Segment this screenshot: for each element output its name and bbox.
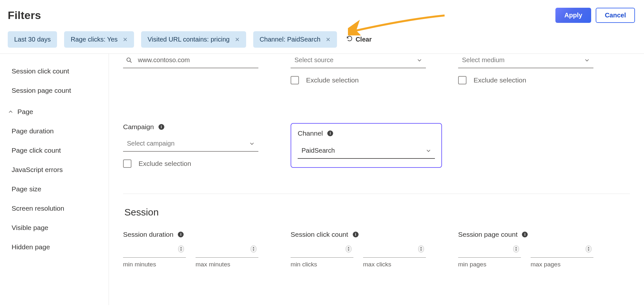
- chip-date-range[interactable]: Last 30 days: [8, 31, 57, 48]
- exclude-label: Exclude selection: [306, 76, 359, 84]
- exclude-label: Exclude selection: [139, 160, 191, 167]
- campaign-label: Campaign: [123, 123, 154, 131]
- sidebar-group-page[interactable]: Page: [7, 100, 109, 121]
- chevron-up-icon: [7, 109, 14, 115]
- svg-line-1: [130, 61, 132, 62]
- session-duration-label: Session duration: [123, 231, 173, 238]
- chip-remove-icon[interactable]: ✕: [235, 36, 240, 43]
- stepper-icon[interactable]: ▲▼: [346, 245, 351, 253]
- apply-button[interactable]: Apply: [555, 8, 591, 23]
- info-icon[interactable]: i: [353, 232, 359, 237]
- sidebar-item-page-size[interactable]: Page size: [7, 179, 109, 199]
- source-select[interactable]: [291, 54, 426, 68]
- chip-label: Last 30 days: [14, 36, 51, 43]
- sidebar: Session click count Session page count P…: [0, 54, 109, 305]
- chip-remove-icon[interactable]: ✕: [326, 36, 331, 43]
- visited-url-input[interactable]: [123, 54, 258, 68]
- stepper-icon[interactable]: ▲▼: [418, 245, 424, 253]
- sidebar-item-js-errors[interactable]: JavaScript errors: [7, 160, 109, 179]
- stepper-icon[interactable]: ▲▼: [178, 245, 184, 253]
- max-pages-hint: max pages: [531, 261, 593, 268]
- chip-visited-url[interactable]: Visited URL contains: pricing ✕: [141, 31, 246, 48]
- stepper-icon[interactable]: ▲▼: [513, 245, 519, 253]
- sidebar-item-page-duration[interactable]: Page duration: [7, 121, 109, 141]
- exclude-label: Exclude selection: [474, 76, 526, 84]
- campaign-select[interactable]: [123, 137, 258, 152]
- stepper-icon[interactable]: ▲▼: [586, 245, 591, 253]
- cancel-button[interactable]: Cancel: [596, 8, 635, 23]
- session-click-count-label: Session click count: [291, 231, 348, 238]
- chip-rage-clicks[interactable]: Rage clicks: Yes ✕: [64, 31, 134, 48]
- sidebar-item-page-click-count[interactable]: Page click count: [7, 141, 109, 160]
- sidebar-group-label: Page: [17, 108, 33, 116]
- sidebar-item-session-click-count[interactable]: Session click count: [7, 62, 109, 81]
- search-icon: [126, 57, 133, 65]
- clear-filters-button[interactable]: Clear: [346, 35, 372, 44]
- filter-chips-row: Last 30 days Rage clicks: Yes ✕ Visited …: [0, 23, 644, 54]
- sidebar-item-visible-page[interactable]: Visible page: [7, 218, 109, 237]
- divider: [123, 194, 630, 194]
- info-icon[interactable]: i: [327, 130, 333, 136]
- session-clicks-min-input[interactable]: [291, 244, 353, 258]
- medium-select[interactable]: [458, 54, 593, 68]
- info-icon[interactable]: i: [522, 232, 528, 237]
- session-page-count-label: Session page count: [458, 231, 517, 238]
- chip-label: Visited URL contains: pricing: [148, 36, 230, 43]
- session-pages-max-input[interactable]: [531, 244, 593, 258]
- max-minutes-hint: max minutes: [196, 261, 258, 268]
- sidebar-item-session-page-count[interactable]: Session page count: [7, 81, 109, 100]
- min-clicks-hint: min clicks: [291, 261, 353, 268]
- chip-channel[interactable]: Channel: PaidSearch ✕: [253, 31, 337, 48]
- min-pages-hint: min pages: [458, 261, 521, 268]
- sidebar-item-hidden-page[interactable]: Hidden page: [7, 237, 109, 257]
- undo-icon: [346, 35, 353, 44]
- svg-point-0: [127, 58, 130, 61]
- stepper-icon[interactable]: ▲▼: [251, 245, 256, 253]
- session-pages-min-input[interactable]: [458, 244, 521, 258]
- exclude-medium-checkbox[interactable]: [458, 76, 466, 84]
- min-minutes-hint: min minutes: [123, 261, 186, 268]
- channel-select[interactable]: [298, 144, 435, 159]
- exclude-source-checkbox[interactable]: [291, 76, 299, 84]
- session-clicks-max-input[interactable]: [363, 244, 426, 258]
- exclude-campaign-checkbox[interactable]: [123, 159, 131, 168]
- sidebar-item-screen-resolution[interactable]: Screen resolution: [7, 199, 109, 218]
- info-icon[interactable]: i: [178, 232, 184, 237]
- session-section-title: Session: [124, 207, 630, 218]
- session-duration-min-input[interactable]: [123, 244, 186, 258]
- chip-remove-icon[interactable]: ✕: [123, 36, 128, 43]
- session-duration-max-input[interactable]: [196, 244, 258, 258]
- channel-field-focused: Channel i: [291, 123, 442, 168]
- main-panel: Exclude selection Exclude selection: [109, 54, 644, 305]
- max-clicks-hint: max clicks: [363, 261, 426, 268]
- info-icon[interactable]: i: [159, 124, 164, 130]
- channel-label: Channel: [298, 129, 323, 137]
- chip-label: Rage clicks: Yes: [71, 36, 118, 43]
- chip-label: Channel: PaidSearch: [260, 36, 321, 43]
- clear-label: Clear: [356, 36, 372, 43]
- page-title: Filters: [8, 9, 41, 22]
